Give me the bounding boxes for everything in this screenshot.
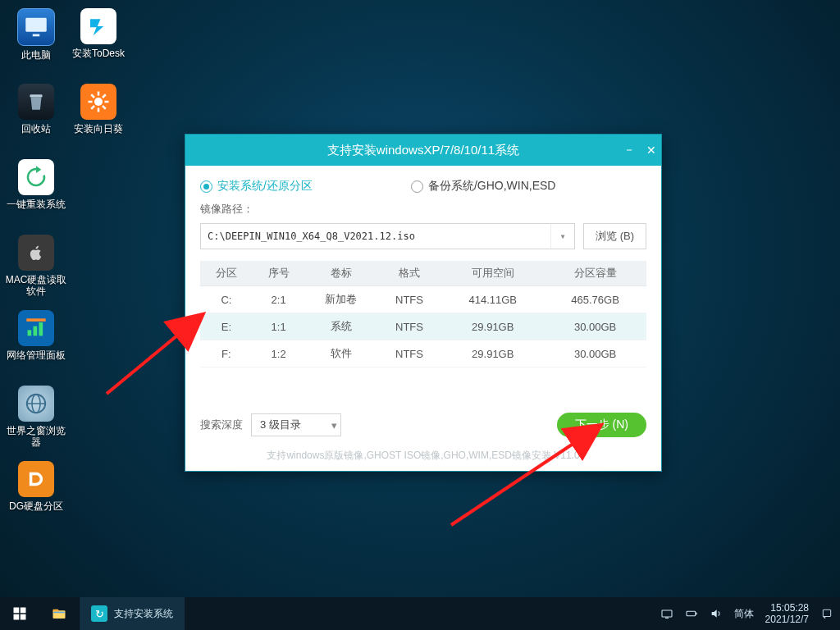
svg-rect-2 <box>30 94 42 97</box>
col-partition: 分区 <box>200 261 253 286</box>
partition-table: 分区 序号 卷标 格式 可用空间 分区容量 C:2:1新加卷NTFS414.11… <box>200 261 646 368</box>
icon-label: 回收站 <box>21 123 51 135</box>
svg-rect-1 <box>33 34 40 37</box>
image-path-label: 镜像路径： <box>200 202 646 217</box>
pc-icon <box>17 8 55 46</box>
icon-label: 世界之窗浏览器 <box>5 425 67 448</box>
svg-line-9 <box>103 106 106 109</box>
table-cell: F: <box>200 340 253 368</box>
radio-on-icon <box>200 180 212 193</box>
minimize-button[interactable]: － <box>623 143 635 158</box>
option-label: 备份系统/GHO,WIN,ESD <box>428 179 556 194</box>
col-number: 序号 <box>253 261 305 286</box>
tray-battery-icon[interactable] <box>685 607 698 620</box>
svg-rect-32 <box>823 609 830 616</box>
start-button[interactable] <box>0 597 39 630</box>
sunflower-icon <box>80 84 116 120</box>
search-depth-label: 搜索深度 <box>200 418 243 432</box>
desktop-icon-mac-disk[interactable]: MAC硬盘读取软件 <box>5 231 67 307</box>
icon-label: DG硬盘分区 <box>9 500 63 512</box>
radio-off-icon <box>411 180 423 193</box>
icon-label: MAC硬盘读取软件 <box>5 274 67 297</box>
desktop-icon-reinstall[interactable]: 一键重装系统 <box>5 156 67 231</box>
svg-point-3 <box>94 98 103 106</box>
svg-line-10 <box>91 106 94 109</box>
tray-volume-icon[interactable] <box>710 607 723 620</box>
table-row[interactable]: E:1:1系统NTFS29.91GB30.00GB <box>200 313 646 340</box>
svg-rect-24 <box>21 614 26 620</box>
table-cell: NTFS <box>377 286 442 313</box>
chevron-down-icon: ▾ <box>331 414 337 436</box>
taskbar-task-installer[interactable]: ↻ 支持安装系统 <box>79 597 185 630</box>
desktop-icon-this-pc[interactable]: 此电脑 <box>5 5 67 80</box>
col-label: 卷标 <box>305 261 377 286</box>
svg-rect-12 <box>28 330 32 336</box>
apple-icon <box>18 235 54 271</box>
col-free: 可用空间 <box>441 261 544 286</box>
icon-label: 安装ToDesk <box>72 48 125 59</box>
svg-line-11 <box>103 94 106 98</box>
bin-icon <box>18 84 54 120</box>
desktop-icon-net-panel[interactable]: 网络管理面板 <box>5 307 67 382</box>
next-button[interactable]: 下一步 (N) <box>557 413 646 437</box>
table-row[interactable]: C:2:1新加卷NTFS414.11GB465.76GB <box>200 286 646 313</box>
svg-rect-13 <box>34 326 38 336</box>
image-path-value: C:\DEEPIN_WIN10_X64_Q8_V2021.12.iso <box>208 231 415 242</box>
table-cell: 新加卷 <box>305 286 377 313</box>
desktop-icon-browser[interactable]: 世界之窗浏览器 <box>5 382 67 458</box>
todesk-icon <box>80 8 116 44</box>
svg-rect-23 <box>14 614 20 620</box>
window-titlebar[interactable]: 支持安装windowsXP/7/8/10/11系统 － ✕ <box>185 135 661 166</box>
svg-rect-14 <box>39 322 43 336</box>
table-cell: 465.76GB <box>544 286 646 313</box>
supported-formats-hint: 支持windows原版镜像,GHOST ISO镜像,GHO,WIM,ESD镜像安… <box>200 449 646 463</box>
svg-rect-31 <box>696 613 696 615</box>
col-capacity: 分区容量 <box>544 261 646 286</box>
svg-line-8 <box>91 94 94 98</box>
col-format: 格式 <box>377 261 442 286</box>
table-row[interactable]: F:1:2软件NTFS29.91GB30.00GB <box>200 340 646 368</box>
svg-rect-29 <box>665 618 669 619</box>
tray-network-icon[interactable] <box>660 607 673 620</box>
tray-clock[interactable]: 15:05:28 2021/12/7 <box>765 602 809 625</box>
installer-window: 支持安装windowsXP/7/8/10/11系统 － ✕ 安装系统/还原分区 … <box>185 134 662 472</box>
desktop: 此电脑 安装ToDesk 回收站 安装向日葵 <box>0 0 840 630</box>
svg-rect-28 <box>662 610 672 617</box>
option-backup[interactable]: 备份系统/GHO,WIN,ESD <box>411 179 556 194</box>
tray-time: 15:05:28 <box>765 602 809 614</box>
desktop-icon-recycle-bin[interactable]: 回收站 <box>5 80 67 156</box>
table-cell: 2:1 <box>253 286 305 313</box>
globe-icon <box>18 386 54 422</box>
svg-rect-0 <box>25 18 47 32</box>
option-install-restore[interactable]: 安装系统/还原分区 <box>200 179 313 194</box>
tray-notifications-icon[interactable] <box>820 607 833 620</box>
browse-button[interactable]: 浏览 (B) <box>583 223 646 249</box>
close-button[interactable]: ✕ <box>646 144 656 157</box>
icon-label: 安装向日葵 <box>74 123 123 135</box>
table-cell: NTFS <box>377 313 442 340</box>
table-cell: 30.00GB <box>544 313 646 340</box>
search-depth-select[interactable]: 3 级目录 ▾ <box>251 413 341 436</box>
table-cell: 1:2 <box>253 340 305 368</box>
desktop-icon-dg[interactable]: DG硬盘分区 <box>5 458 67 533</box>
svg-rect-21 <box>14 608 20 614</box>
table-cell: E: <box>200 313 253 340</box>
taskbar-explorer[interactable] <box>39 597 79 630</box>
table-cell: 414.11GB <box>441 286 544 313</box>
icon-label: 网络管理面板 <box>7 349 66 361</box>
desktop-icon-todesk[interactable]: 安装ToDesk <box>67 5 130 80</box>
dropdown-icon[interactable]: ▾ <box>550 224 574 249</box>
search-depth-value: 3 级目录 <box>260 418 301 432</box>
tray-ime[interactable]: 简体 <box>734 607 754 621</box>
desktop-icons: 此电脑 安装ToDesk 回收站 安装向日葵 <box>5 5 130 533</box>
table-cell: 29.91GB <box>441 313 544 340</box>
svg-rect-27 <box>53 612 65 614</box>
svg-rect-26 <box>53 609 59 612</box>
desktop-icon-sunlogin[interactable]: 安装向日葵 <box>67 80 130 156</box>
table-cell: 软件 <box>305 340 377 368</box>
system-tray: 简体 15:05:28 2021/12/7 <box>654 597 840 630</box>
image-path-combo[interactable]: C:\DEEPIN_WIN10_X64_Q8_V2021.12.iso ▾ <box>200 223 575 249</box>
svg-rect-30 <box>687 611 696 615</box>
taskbar: ↻ 支持安装系统 简体 15:05:28 2021/12/7 <box>0 597 840 630</box>
table-cell: C: <box>200 286 253 313</box>
